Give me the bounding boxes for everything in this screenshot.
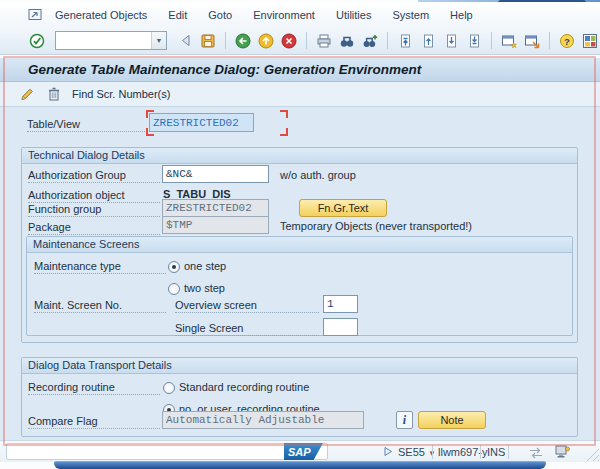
fn-gr-text-button[interactable]: Fn.Gr.Text	[299, 199, 387, 217]
customize-layout-icon[interactable]	[581, 32, 599, 50]
menu-environment[interactable]: Environment	[250, 7, 318, 23]
status-bar: SAP SE55 ▼ llwm697-y INS	[0, 440, 600, 462]
table-view-input[interactable]	[149, 113, 254, 132]
save-icon[interactable]	[199, 32, 217, 50]
status-message-field	[6, 443, 328, 460]
screen-title-bar: Generate Table Maintenance Dialog: Gener…	[0, 58, 600, 82]
single-screen-input[interactable]	[323, 318, 358, 336]
authorization-object-label: Authorization object	[28, 189, 160, 203]
auth-group-hint: w/o auth. group	[280, 169, 356, 181]
menu-utilities[interactable]: Utilities	[333, 7, 374, 23]
window-bottom-edge	[54, 461, 546, 469]
new-session-icon[interactable]	[500, 32, 518, 50]
enter-icon[interactable]	[28, 32, 46, 50]
transport-group-title: Dialog Data Transport Details	[22, 358, 577, 374]
recording-routine-label: Recording routine	[28, 381, 160, 395]
previous-page-icon[interactable]	[419, 32, 437, 50]
maintenance-screens-group: Maintenance Screens Maintenance type one…	[26, 236, 573, 336]
technical-group-title: Technical Dialog Details	[22, 148, 577, 164]
single-screen-label: Single Screen	[175, 322, 319, 336]
table-view-focus-frame	[146, 110, 288, 136]
function-group-input[interactable]	[162, 199, 269, 217]
print-icon[interactable]	[315, 32, 333, 50]
resize-grip[interactable]	[585, 447, 599, 461]
command-field: ▼	[55, 31, 167, 50]
page-title: Generate Table Maintenance Dialog: Gener…	[28, 62, 421, 77]
package-hint: Temporary Objects (never transported!)	[280, 220, 472, 232]
overview-screen-label: Overview screen	[175, 299, 319, 313]
one-step-radio[interactable]	[168, 261, 180, 273]
find-next-icon[interactable]	[361, 32, 379, 50]
menu-generated-objects[interactable]: Generated Objects	[52, 7, 150, 23]
maint-screen-no-label: Maint. Screen No.	[34, 299, 166, 313]
dynpro-content: Table/View Technical Dialog Details Auth…	[0, 107, 600, 440]
transaction-field[interactable]: SE55 ▼	[398, 446, 436, 458]
find-icon[interactable]	[338, 32, 356, 50]
find-screen-numbers-button[interactable]: Find Scr. Number(s)	[72, 88, 170, 100]
package-label: Package	[28, 221, 160, 235]
exit-icon[interactable]	[257, 32, 275, 50]
first-page-icon[interactable]	[396, 32, 414, 50]
standard-recording-radio[interactable]	[163, 382, 175, 394]
overview-screen-input[interactable]	[323, 295, 358, 313]
menu-edit[interactable]: Edit	[165, 7, 190, 23]
application-toolbar: Find Scr. Number(s)	[0, 82, 600, 107]
response-time-icon[interactable]	[528, 447, 544, 461]
command-dropdown-icon[interactable]: ▼	[151, 32, 166, 49]
maintenance-type-label: Maintenance type	[34, 260, 166, 274]
last-page-icon[interactable]	[465, 32, 483, 50]
menu-goto[interactable]: Goto	[205, 7, 235, 23]
dialog-data-transport-group: Dialog Data Transport Details Recording …	[21, 357, 578, 437]
two-step-radio[interactable]	[168, 283, 180, 295]
system-menu-icon[interactable]	[28, 8, 42, 23]
one-step-option[interactable]: one step	[184, 260, 226, 272]
status-popup-icon[interactable]	[383, 445, 393, 460]
cancel-icon[interactable]	[280, 32, 298, 50]
delete-trash-icon[interactable]	[45, 85, 63, 103]
compare-flag-label: Compare Flag	[28, 415, 160, 429]
back-icon[interactable]	[234, 32, 252, 50]
menu-bar: Generated Objects Edit Goto Environment …	[0, 2, 600, 27]
authorization-group-label: Authorization Group	[28, 169, 160, 183]
technical-dialog-details-group: Technical Dialog Details Authorization G…	[21, 147, 578, 343]
info-icon[interactable]: i	[396, 411, 413, 429]
insert-mode-field[interactable]: INS	[487, 446, 505, 458]
sap-gui-window: × Generated Objects Edit Goto Environmen…	[0, 0, 600, 469]
svg-text:?: ?	[564, 35, 570, 46]
command-input[interactable]	[56, 34, 151, 48]
edit-pencil-icon[interactable]	[18, 85, 36, 103]
menu-system[interactable]: System	[389, 7, 432, 23]
command-expand-icon[interactable]	[176, 32, 194, 50]
next-page-icon[interactable]	[442, 32, 460, 50]
package-input[interactable]	[162, 216, 269, 234]
two-step-option[interactable]: two step	[184, 282, 225, 294]
standard-toolbar: ▼	[0, 27, 600, 55]
authorization-group-input[interactable]	[162, 165, 269, 183]
standard-recording-option[interactable]: Standard recording routine	[179, 381, 309, 393]
table-view-label: Table/View	[27, 118, 145, 132]
maintenance-group-title: Maintenance Screens	[27, 237, 572, 253]
help-icon[interactable]: ?	[558, 32, 576, 50]
menu-help[interactable]: Help	[447, 7, 476, 23]
function-group-label: Function group	[28, 203, 160, 217]
local-system-icon[interactable]	[555, 445, 570, 461]
create-shortcut-icon[interactable]	[523, 32, 541, 50]
note-button[interactable]: Note	[418, 411, 486, 429]
compare-flag-input[interactable]	[162, 411, 364, 429]
